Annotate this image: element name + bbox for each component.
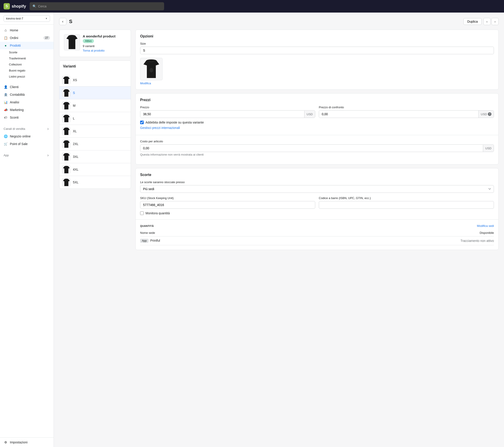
customers-icon: 👤 bbox=[4, 85, 8, 89]
quantity-title: QUANTITÀ bbox=[140, 225, 154, 227]
search-input[interactable] bbox=[38, 4, 162, 8]
sidebar-sub-scorte[interactable]: Scorte bbox=[0, 49, 54, 55]
variant-image-4xl bbox=[62, 166, 70, 174]
store-select-button[interactable]: kievins-test-7 ▼ bbox=[4, 15, 50, 22]
help-icon[interactable]: ? bbox=[488, 112, 491, 116]
prev-button[interactable]: ‹ bbox=[483, 18, 490, 25]
table-cell-disponibile: Tracciamento non attivo bbox=[272, 236, 494, 245]
international-prices-link[interactable]: Gestisci prezzi internazionali bbox=[140, 126, 180, 130]
duplicate-button[interactable]: Duplica bbox=[463, 18, 482, 25]
sidebar-item-label-negozio-online: Negozio online bbox=[10, 135, 31, 138]
location-select[interactable]: Più sedi bbox=[140, 185, 494, 193]
page-title: S bbox=[69, 18, 72, 24]
next-button[interactable]: › bbox=[491, 18, 499, 25]
app-header: App bbox=[0, 151, 54, 159]
variant-item-s[interactable]: S bbox=[59, 87, 131, 99]
sidebar-sub-collezioni[interactable]: Collezioni bbox=[0, 61, 54, 68]
sidebar-item-clienti[interactable]: 👤 Clienti bbox=[0, 83, 54, 91]
sidebar-item-label-products: Prodotti bbox=[10, 44, 21, 47]
search-bar[interactable]: 🔍 bbox=[30, 2, 164, 10]
product-details: A wonderful product Attivo 9 varianti To… bbox=[83, 34, 115, 52]
variant-image-section: Modifica bbox=[140, 58, 494, 85]
orders-badge: 27 bbox=[43, 36, 50, 40]
sidebar-item-home[interactable]: Home bbox=[0, 26, 54, 34]
scorte-card: Scorte Le scorte saranno stoccate presso… bbox=[135, 168, 499, 250]
variant-item-xs[interactable]: XS bbox=[59, 74, 131, 87]
sidebar-item-label-clienti: Clienti bbox=[10, 85, 18, 89]
variant-item-2xl[interactable]: 2XL bbox=[59, 138, 131, 150]
variant-thumb-xl bbox=[62, 127, 70, 135]
variant-thumb-xs bbox=[62, 76, 70, 84]
nav-section-main: Home 📋 Ordini 27 ● Prodotti Scorte Trasf… bbox=[0, 25, 54, 81]
size-input[interactable] bbox=[140, 47, 494, 54]
sidebar-sub-trasferimenti[interactable]: Trasferimenti bbox=[0, 55, 54, 61]
sidebar-sub-listini-prezzi[interactable]: Listini prezzi bbox=[0, 73, 54, 80]
tax-checkbox[interactable] bbox=[140, 121, 144, 124]
app-tag: App bbox=[140, 239, 148, 243]
sidebar-item-label-pos: Point of Sale bbox=[10, 142, 28, 146]
prezzo-input[interactable] bbox=[140, 110, 304, 118]
table-row: App Printful Tracciamento non attivo bbox=[140, 236, 494, 245]
variant-image-box[interactable] bbox=[140, 58, 162, 80]
prezzi-card: Prezzi Prezzo USD Prezzo di confronto bbox=[135, 93, 499, 164]
variant-item-3xl[interactable]: 3XL bbox=[59, 150, 131, 163]
sidebar: kievins-test-7 ▼ Home 📋 Ordini 27 ● Prod… bbox=[0, 13, 54, 447]
barcode-input[interactable] bbox=[319, 201, 494, 209]
costo-input-wrapper: USD bbox=[140, 144, 494, 152]
quantity-header: QUANTITÀ Modifica sedi bbox=[140, 224, 494, 228]
variant-label-xl: XL bbox=[73, 129, 77, 133]
tax-checkbox-row: Addebita delle imposte su questa variant… bbox=[140, 121, 494, 124]
product-info: A wonderful product Attivo 9 varianti To… bbox=[64, 34, 126, 52]
variant-thumb-3xl bbox=[62, 153, 70, 161]
variant-thumb-4xl bbox=[62, 165, 70, 174]
variant-label-s: S bbox=[73, 91, 75, 95]
variant-thumb-l bbox=[62, 114, 70, 122]
sidebar-item-marketing[interactable]: 📣 Marketing bbox=[0, 106, 54, 114]
product-link[interactable]: Torna al prodotto bbox=[83, 49, 105, 52]
sidebar-item-label-sconti: Sconti bbox=[10, 116, 18, 119]
col-disponibile: Disponibile bbox=[272, 229, 494, 236]
size-label: Size bbox=[140, 42, 494, 45]
variant-label-l: L bbox=[73, 117, 75, 120]
sidebar-item-settings[interactable]: ⚙ Impostazioni bbox=[4, 440, 50, 444]
quantity-table-header-row: Nome sede Disponibile bbox=[140, 229, 494, 236]
confronto-group: Prezzo di confronto USD ? bbox=[319, 106, 494, 118]
nav-arrows: ‹ › bbox=[483, 18, 499, 25]
shopify-logo-icon bbox=[4, 3, 10, 9]
price-row: Prezzo USD Prezzo di confronto bbox=[140, 106, 494, 118]
modifica-sedi-link[interactable]: Modifica sedi bbox=[477, 224, 494, 228]
variant-item-l[interactable]: L bbox=[59, 112, 131, 125]
home-icon bbox=[4, 28, 8, 32]
product-image-svg bbox=[65, 35, 79, 50]
sidebar-item-sconti[interactable]: 🏷 Sconti bbox=[0, 114, 54, 121]
variant-item-m[interactable]: M bbox=[59, 99, 131, 112]
quantity-table-head: Nome sede Disponibile bbox=[140, 229, 494, 236]
confronto-currency-wrapper: USD ? bbox=[478, 110, 494, 118]
settings-icon: ⚙ bbox=[4, 440, 8, 444]
modifica-link[interactable]: Modifica bbox=[140, 82, 151, 85]
sidebar-item-analisi[interactable]: 📊 Analisi bbox=[0, 98, 54, 106]
sidebar-item-products[interactable]: ● Prodotti bbox=[0, 42, 54, 49]
sidebar-item-orders[interactable]: 📋 Ordini 27 bbox=[0, 34, 54, 42]
back-button[interactable]: ‹ bbox=[59, 18, 66, 25]
monitor-checkbox[interactable] bbox=[140, 211, 144, 215]
sidebar-item-contabilita[interactable]: 🏦 Contabilità bbox=[0, 91, 54, 98]
monitor-checkbox-row: Monitora quantità bbox=[140, 211, 494, 215]
variant-label-m: M bbox=[73, 104, 75, 107]
product-name: A wonderful product bbox=[83, 34, 115, 38]
variant-item-5xl[interactable]: 5XL bbox=[59, 176, 131, 189]
store-selector[interactable]: kievins-test-7 ▼ bbox=[0, 13, 54, 25]
costo-info: Questa informazione non verrà mostrata a… bbox=[140, 153, 494, 156]
sidebar-item-negozio-online[interactable]: 🌐 Negozio online bbox=[0, 132, 54, 140]
variant-item-xl[interactable]: XL bbox=[59, 125, 131, 138]
sku-input[interactable] bbox=[140, 201, 315, 209]
costo-input[interactable] bbox=[140, 144, 483, 152]
confronto-input[interactable] bbox=[319, 110, 478, 118]
two-col-layout: A wonderful product Attivo 9 varianti To… bbox=[59, 30, 499, 250]
costo-form-group: Costo per articolo USD Questa informazio… bbox=[140, 140, 494, 156]
variant-image-m bbox=[62, 102, 70, 110]
sidebar-item-point-of-sale[interactable]: 🛒 Point of Sale bbox=[0, 140, 54, 148]
sidebar-sub-buoni-regalo[interactable]: Buoni regalo bbox=[0, 68, 54, 73]
shopify-logo: shopify bbox=[4, 3, 26, 9]
variant-item-4xl[interactable]: 4XL bbox=[59, 163, 131, 176]
